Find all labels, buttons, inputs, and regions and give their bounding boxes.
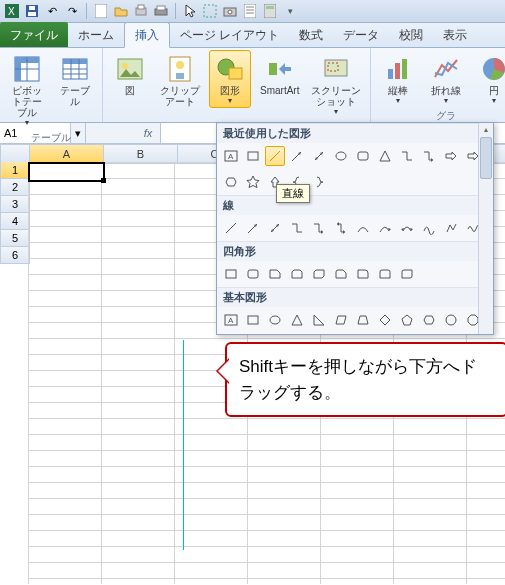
tab-data[interactable]: データ [333,23,389,47]
right-brace-shape-icon[interactable] [309,172,329,192]
hexagon-shape-icon[interactable] [221,172,241,192]
rect-shape-icon[interactable] [221,264,241,284]
freeform-shape-icon[interactable] [441,218,461,238]
textbox-basic-shape-icon[interactable]: A [221,310,241,330]
line-shape-icon[interactable] [265,146,285,166]
col-header-a[interactable]: A [30,144,104,164]
screenshot-button[interactable]: スクリーン ショット ▾ [308,50,364,119]
quick-access-toolbar: X ↶ ↷ ▾ [0,0,505,23]
curved-arrow-shape-icon[interactable] [375,218,395,238]
round-same-rect-shape-icon[interactable] [375,264,395,284]
tab-pagelayout[interactable]: ページ レイアウト [170,23,289,47]
row-header-1[interactable]: 1 [0,162,30,179]
pentagon-shape-icon[interactable] [397,310,417,330]
oval-basic-shape-icon[interactable] [265,310,285,330]
round-single-rect-shape-icon[interactable] [353,264,373,284]
right-arrow-shape-icon[interactable] [441,146,461,166]
select-all-corner[interactable] [0,144,30,164]
star-shape-icon[interactable] [243,172,263,192]
table-button[interactable]: テーブル [54,50,96,110]
rounded-rect-shape-icon[interactable] [243,264,263,284]
trapezoid-shape-icon[interactable] [353,310,373,330]
select-objects-icon[interactable] [202,3,218,19]
save-icon[interactable] [24,3,40,19]
col-header-b[interactable]: B [104,144,178,164]
print-icon[interactable] [153,3,169,19]
svg-line-46 [270,151,280,161]
line-chart-button[interactable]: 折れ線 ▾ [425,50,467,108]
form-icon[interactable] [242,3,258,19]
curved-line-shape-icon[interactable] [353,218,373,238]
calculator-icon[interactable] [262,3,278,19]
scrollbar-thumb[interactable] [480,137,492,179]
pie-chart-button[interactable]: 円 ▾ [473,50,505,108]
arrow-shape-icon[interactable] [287,146,307,166]
tab-home[interactable]: ホーム [68,23,124,47]
svg-rect-35 [229,68,242,79]
round-diag-rect-shape-icon[interactable] [397,264,417,284]
row-header-5[interactable]: 5 [0,230,30,247]
app-icon: X [4,3,20,19]
triangle-basic-shape-icon[interactable] [287,310,307,330]
gallery-scrollbar[interactable]: ▴ [478,123,493,334]
picture-button[interactable]: 図 [109,50,151,99]
shapes-button[interactable]: 図形 ▾ [209,50,251,108]
tab-insert[interactable]: 挿入 [124,22,170,48]
row-header-3[interactable]: 3 [0,196,30,213]
qat-dropdown-icon[interactable]: ▾ [282,3,298,19]
tab-file[interactable]: ファイル [0,22,68,47]
snip-diag-rect-shape-icon[interactable] [309,264,329,284]
elbow-arrow-line-shape-icon[interactable] [309,218,329,238]
shapes-gallery: ▴ 最近使用した図形 A 線 四角形 [216,122,494,335]
line-chart-icon [430,53,462,85]
oval-shape-icon[interactable] [331,146,351,166]
rounded-rect-shape-icon[interactable] [353,146,373,166]
tab-review[interactable]: 校閲 [389,23,433,47]
print-preview-icon[interactable] [133,3,149,19]
snip-same-rect-shape-icon[interactable] [287,264,307,284]
column-chart-button[interactable]: 縦棒 ▾ [377,50,419,108]
rect-basic-shape-icon[interactable] [243,310,263,330]
parallelogram-shape-icon[interactable] [331,310,351,330]
curved-double-arrow-shape-icon[interactable] [397,218,417,238]
camera-icon[interactable] [222,3,238,19]
smartart-button[interactable]: SmartArt [257,50,302,99]
row-header-4[interactable]: 4 [0,213,30,230]
arrow-line-shape-icon[interactable] [243,218,263,238]
dropdown-arrow-icon: ▾ [396,96,400,105]
heptagon-shape-icon[interactable] [441,310,461,330]
elbow-double-arrow-shape-icon[interactable] [331,218,351,238]
new-icon[interactable] [93,3,109,19]
undo-icon[interactable]: ↶ [44,3,60,19]
diamond-shape-icon[interactable] [375,310,395,330]
smartart-icon [264,53,296,85]
textbox-shape-icon[interactable]: A [221,146,241,166]
right-triangle-shape-icon[interactable] [309,310,329,330]
triangle-shape-icon[interactable] [375,146,395,166]
snip-single-rect-shape-icon[interactable] [265,264,285,284]
cursor-icon[interactable] [182,3,198,19]
active-cell[interactable] [28,162,105,182]
tab-formulas[interactable]: 数式 [289,23,333,47]
double-arrow-line-shape-icon[interactable] [265,218,285,238]
double-arrow-shape-icon[interactable] [309,146,329,166]
elbow-connector-shape-icon[interactable] [397,146,417,166]
drawn-line-shape[interactable] [183,340,184,550]
clipart-button[interactable]: クリップ アート [157,50,203,110]
pivot-table-button[interactable]: ピボットテーブル ▾ [6,50,48,130]
snip-round-rect-shape-icon[interactable] [331,264,351,284]
row-header-6[interactable]: 6 [0,247,30,264]
elbow-arrow-connector-shape-icon[interactable] [419,146,439,166]
tab-view[interactable]: 表示 [433,23,477,47]
scroll-up-icon[interactable]: ▴ [479,123,493,137]
redo-icon[interactable]: ↷ [64,3,80,19]
elbow-line-shape-icon[interactable] [287,218,307,238]
hexagon-basic-shape-icon[interactable] [419,310,439,330]
rect-shape-icon[interactable] [243,146,263,166]
line-shape-icon[interactable] [221,218,241,238]
row-header-2[interactable]: 2 [0,179,30,196]
fx-icon[interactable]: fx [136,123,161,143]
open-icon[interactable] [113,3,129,19]
curve-shape-icon[interactable] [419,218,439,238]
svg-point-60 [446,315,456,325]
